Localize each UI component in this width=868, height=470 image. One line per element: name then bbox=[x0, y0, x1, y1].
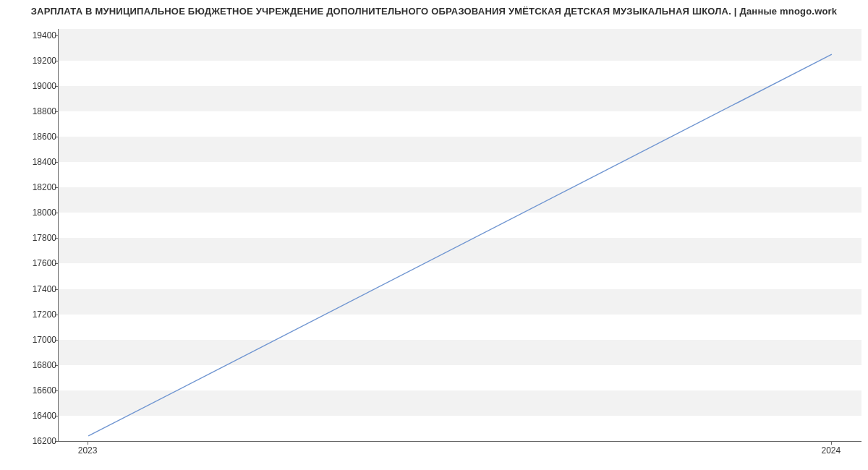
line-series bbox=[59, 29, 861, 441]
y-tick-label: 19200 bbox=[20, 56, 56, 66]
y-tick-label: 18400 bbox=[20, 157, 56, 167]
x-tick-label: 2023 bbox=[78, 445, 98, 456]
y-tick-label: 17200 bbox=[20, 309, 56, 320]
y-tick-label: 16400 bbox=[20, 411, 56, 421]
y-tick-label: 19400 bbox=[20, 30, 56, 40]
y-tick-label: 17600 bbox=[20, 258, 56, 268]
data-line bbox=[88, 54, 832, 436]
x-tick-mark bbox=[88, 441, 88, 445]
y-tick-label: 19000 bbox=[20, 81, 56, 91]
y-tick-label: 18200 bbox=[20, 182, 56, 192]
x-tick-label: 2024 bbox=[822, 445, 841, 456]
y-tick-label: 18000 bbox=[20, 208, 56, 218]
chart-title: ЗАРПЛАТА В МУНИЦИПАЛЬНОЕ БЮДЖЕТНОЕ УЧРЕЖ… bbox=[0, 6, 868, 17]
x-tick-mark bbox=[831, 441, 832, 445]
y-tick-label: 18800 bbox=[20, 106, 56, 116]
plot-area bbox=[58, 29, 861, 442]
chart-container: ЗАРПЛАТА В МУНИЦИПАЛЬНОЕ БЮДЖЕТНОЕ УЧРЕЖ… bbox=[0, 0, 868, 470]
y-tick-label: 16800 bbox=[20, 360, 56, 370]
y-tick-label: 16200 bbox=[20, 436, 56, 446]
y-tick-label: 16600 bbox=[20, 385, 56, 396]
y-tick-label: 17400 bbox=[20, 284, 56, 294]
y-tick-label: 18600 bbox=[20, 132, 56, 142]
y-tick-label: 17000 bbox=[20, 335, 56, 345]
y-tick-label: 17800 bbox=[20, 233, 56, 243]
